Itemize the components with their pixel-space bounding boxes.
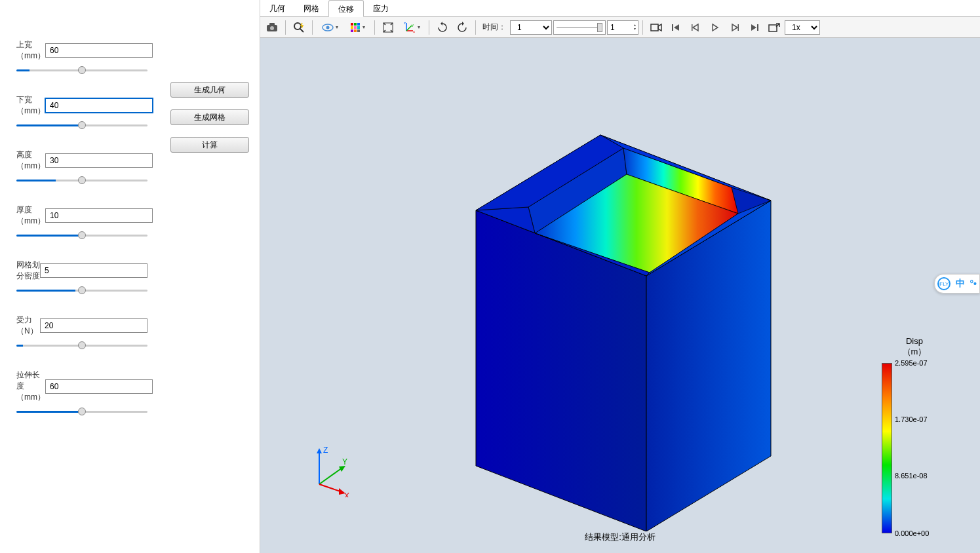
- sidebar: 上宽（mm） 下宽（mm） 高度（mm） 厚度（mm） 网格划分密度: [0, 0, 260, 553]
- legend-tick: 8.651e-08: [895, 472, 928, 480]
- axis-triad-icon: Z Y X: [306, 445, 352, 497]
- svg-text:y: y: [412, 23, 414, 27]
- generate-mesh-button[interactable]: 生成网格: [170, 109, 249, 125]
- param-input-1[interactable]: [45, 98, 153, 113]
- svg-text:Y: Y: [342, 457, 347, 467]
- step-back-icon[interactable]: [686, 19, 705, 36]
- param-panel: 上宽（mm） 下宽（mm） 高度（mm） 厚度（mm） 网格划分密度: [16, 39, 147, 540]
- svg-line-31: [319, 468, 342, 484]
- tab-2[interactable]: 位移: [328, 0, 364, 17]
- rotate-cw-icon[interactable]: [433, 19, 452, 36]
- svg-rect-9: [357, 23, 360, 26]
- param-slider-1[interactable]: [16, 124, 147, 126]
- action-panel: 生成几何 生成网格 计算: [170, 39, 249, 540]
- calculate-button[interactable]: 计算: [170, 137, 249, 153]
- svg-rect-26: [738, 24, 739, 31]
- tab-0[interactable]: 几何: [260, 0, 294, 16]
- svg-rect-15: [357, 29, 360, 32]
- param-label-5: 受力（N）: [16, 315, 40, 337]
- param-slider-3[interactable]: [16, 235, 147, 237]
- play-icon[interactable]: [706, 19, 724, 36]
- svg-line-33: [319, 484, 342, 492]
- param-slider-6[interactable]: [16, 411, 147, 413]
- time-spin[interactable]: 1: [607, 20, 638, 35]
- svg-rect-12: [357, 26, 360, 29]
- svg-text:Z: Z: [323, 446, 328, 455]
- param-slider-0[interactable]: [16, 69, 147, 71]
- fea-model: [450, 60, 791, 531]
- svg-rect-8: [354, 23, 357, 26]
- svg-rect-28: [769, 25, 777, 31]
- legend-tick: 1.730e-07: [895, 415, 928, 423]
- toolbar: zxy 时间： 1 1: [260, 17, 980, 38]
- rotate-ccw-icon[interactable]: [453, 19, 471, 36]
- svg-rect-27: [757, 24, 758, 31]
- time-slider[interactable]: [553, 20, 606, 35]
- param-input-3[interactable]: [45, 208, 153, 223]
- legend-title: Disp: [882, 336, 947, 346]
- svg-rect-7: [351, 23, 353, 26]
- svg-line-19: [406, 26, 412, 31]
- camera-icon[interactable]: [263, 19, 281, 36]
- param-slider-4[interactable]: [16, 290, 147, 292]
- tab-1[interactable]: 网格: [294, 0, 328, 16]
- param-input-6[interactable]: [45, 379, 153, 394]
- svg-rect-25: [692, 24, 693, 31]
- axis-orientation-dropdown[interactable]: zxy: [399, 19, 425, 36]
- color-cube-dropdown[interactable]: [344, 19, 370, 36]
- time-select[interactable]: 1: [510, 20, 552, 35]
- skip-back-icon[interactable]: [667, 19, 685, 36]
- tab-bar: 几何网格位移应力: [260, 0, 980, 17]
- param-slider-5[interactable]: [16, 345, 147, 347]
- svg-text:X: X: [344, 491, 349, 497]
- ime-lang-icon[interactable]: 中: [956, 278, 965, 290]
- fit-view-icon[interactable]: [379, 19, 397, 36]
- ime-settings-icon[interactable]: °•: [970, 278, 977, 289]
- param-input-2[interactable]: [45, 153, 153, 168]
- time-label: 时间：: [482, 22, 506, 33]
- param-label-4: 网格划分密度: [16, 259, 40, 282]
- svg-rect-11: [354, 26, 357, 29]
- svg-rect-1: [269, 23, 275, 26]
- record-icon[interactable]: [647, 19, 665, 36]
- generate-geometry-button[interactable]: 生成几何: [170, 82, 249, 98]
- ime-logo-icon: iFLY: [937, 277, 951, 290]
- speed-select[interactable]: 1x: [785, 20, 820, 35]
- param-input-0[interactable]: [45, 43, 153, 58]
- svg-rect-24: [672, 24, 673, 31]
- export-animation-icon[interactable]: [765, 19, 783, 36]
- skip-forward-icon[interactable]: [745, 19, 764, 36]
- step-forward-icon[interactable]: [726, 19, 744, 36]
- param-input-5[interactable]: [40, 318, 147, 333]
- param-label-3: 厚度（mm）: [16, 204, 45, 227]
- viewport-3d[interactable]: Z Y X 结果模型:通用分析 Disp （m） 2.595e-071.730e…: [260, 38, 980, 553]
- legend-bar: [882, 363, 892, 533]
- color-legend: Disp （m） 2.595e-071.730e-078.651e-080.00…: [882, 336, 947, 533]
- param-label-1: 下宽（mm）: [16, 94, 45, 117]
- svg-rect-13: [351, 29, 353, 32]
- param-label-6: 拉伸长度（mm）: [16, 370, 45, 403]
- svg-rect-23: [651, 24, 658, 31]
- svg-text:z: z: [404, 22, 406, 25]
- param-label-2: 高度（mm）: [16, 149, 45, 172]
- param-input-4[interactable]: [40, 263, 147, 278]
- ime-toolbar[interactable]: iFLY 中 °•: [934, 274, 981, 294]
- legend-unit: （m）: [882, 346, 947, 358]
- surface-eye-dropdown[interactable]: [317, 19, 343, 36]
- zoom-lightning-icon[interactable]: [290, 19, 308, 36]
- svg-rect-10: [351, 26, 353, 29]
- param-label-0: 上宽（mm）: [16, 39, 45, 62]
- legend-tick: 2.595e-07: [895, 359, 928, 367]
- legend-tick: 0.000e+00: [895, 529, 929, 537]
- main-area: 几何网格位移应力 zxy: [260, 0, 980, 553]
- tab-3[interactable]: 应力: [364, 0, 398, 16]
- svg-point-2: [270, 26, 274, 30]
- svg-point-3: [294, 23, 301, 29]
- svg-rect-14: [354, 29, 357, 32]
- svg-point-6: [326, 26, 329, 29]
- param-slider-2[interactable]: [16, 180, 147, 181]
- svg-text:x: x: [413, 29, 415, 33]
- result-model-label: 结果模型:通用分析: [585, 531, 656, 543]
- svg-line-4: [300, 29, 304, 32]
